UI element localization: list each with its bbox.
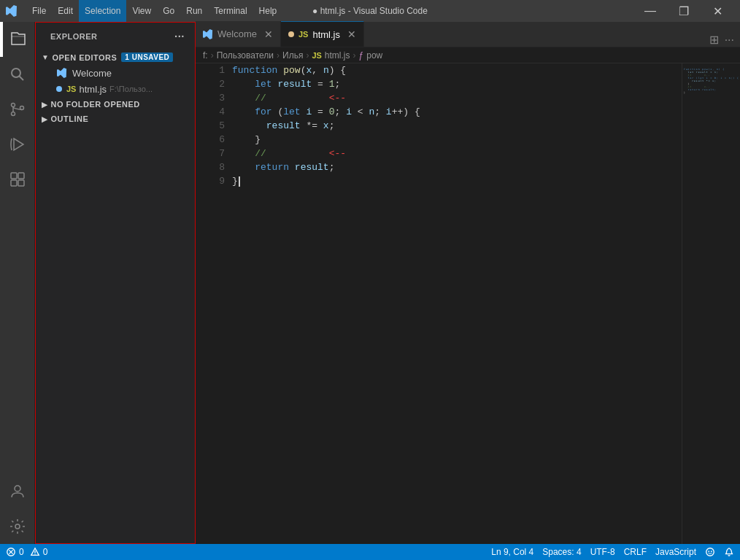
status-right: Ln 9, Col 4 Spaces: 4 UTF-8 CRLF JavaScr… — [491, 547, 734, 557]
open-editors-chevron: ▼ — [42, 53, 49, 61]
status-encoding[interactable]: UTF-8 — [590, 547, 615, 557]
activity-account[interactable] — [0, 474, 35, 509]
code-line-8: return result; — [232, 160, 682, 174]
code-editor[interactable]: 1 2 3 4 5 6 7 8 9 function pow(x, n) { l… — [196, 63, 740, 544]
line-col-text: Ln 9, Col 4 — [491, 547, 533, 557]
svg-marker-5 — [14, 139, 23, 150]
close-button[interactable]: ✕ — [701, 0, 734, 22]
status-language[interactable]: JavaScript — [655, 547, 696, 557]
run-debug-icon — [9, 136, 26, 153]
tab-htmljs-label: html.js — [312, 29, 340, 40]
svg-rect-6 — [11, 173, 17, 179]
tab-htmljs-close[interactable]: ✕ — [347, 28, 356, 40]
tab-js-icon: JS — [298, 30, 308, 39]
welcome-file-name: Welcome — [72, 68, 112, 79]
title-bar-menu: File Edit Selection View Go Run Terminal… — [26, 0, 282, 22]
svg-line-1 — [19, 77, 23, 81]
sidebar: Explorer ··· ▼ Open Editors 1 UNSAVED We… — [35, 22, 196, 544]
no-folder-chevron: ▶ — [42, 101, 48, 109]
breadcrumb-user[interactable]: Илья — [282, 50, 303, 61]
svg-point-19 — [711, 551, 712, 552]
title-bar-title: ● html.js - Visual Studio Code — [312, 6, 428, 16]
status-line-col[interactable]: Ln 9, Col 4 — [491, 547, 533, 557]
menu-edit[interactable]: Edit — [52, 0, 79, 22]
menu-selection[interactable]: Selection — [79, 0, 126, 22]
outline-chevron: ▶ — [42, 115, 48, 123]
warning-icon — [30, 547, 40, 557]
line-numbers: 1 2 3 4 5 6 7 8 9 — [196, 63, 232, 544]
menu-terminal[interactable]: Terminal — [208, 0, 253, 22]
svg-rect-7 — [18, 173, 24, 179]
svg-point-0 — [12, 69, 20, 77]
breadcrumb-function[interactable]: pow — [366, 50, 382, 61]
breadcrumb-file[interactable]: html.js — [325, 50, 350, 61]
code-line-7: // <-- — [232, 147, 682, 160]
menu-go[interactable]: Go — [157, 0, 180, 22]
activity-extensions[interactable] — [0, 162, 35, 197]
activity-source-control[interactable] — [0, 92, 35, 127]
line-num-6: 6 — [196, 133, 225, 147]
vscode-file-icon — [56, 67, 68, 79]
welcome-tab-icon — [203, 29, 213, 39]
source-control-icon — [9, 101, 26, 118]
breadcrumb-sep4: › — [353, 50, 356, 61]
outline-section-header[interactable]: ▶ Outline — [36, 112, 195, 126]
split-editor-button[interactable]: ⊞ — [709, 33, 719, 47]
menu-file[interactable]: File — [26, 0, 52, 22]
open-editors-badge: 1 UNSAVED — [121, 52, 173, 62]
activity-explorer[interactable] — [0, 22, 35, 57]
file-item-htmljs[interactable]: JS html.js F:\Пользо... — [36, 81, 195, 97]
line-num-3: 3 — [196, 91, 225, 105]
tab-welcome[interactable]: Welcome ✕ — [196, 21, 281, 47]
sidebar-more-button[interactable]: ··· — [173, 28, 186, 44]
menu-run[interactable]: Run — [180, 0, 208, 22]
code-line-2: let result = 1; — [232, 77, 682, 91]
encoding-text: UTF-8 — [590, 547, 615, 557]
svg-point-2 — [11, 104, 15, 107]
status-spaces[interactable]: Spaces: 4 — [542, 547, 581, 557]
extensions-icon — [9, 171, 26, 188]
activity-search[interactable] — [0, 57, 35, 92]
sidebar-header: Explorer ··· — [36, 23, 195, 50]
status-feedback[interactable] — [705, 547, 715, 557]
more-actions-button[interactable]: ··· — [725, 34, 734, 47]
no-folder-label: No Folder Opened — [51, 100, 140, 109]
tab-modified-dot — [288, 31, 294, 37]
breadcrumb: f: › Пользователи › Илья › JS html.js › … — [196, 47, 740, 63]
svg-point-17 — [706, 548, 714, 556]
file-item-welcome[interactable]: Welcome — [36, 65, 195, 81]
explorer-icon — [9, 31, 27, 48]
tab-welcome-close[interactable]: ✕ — [264, 28, 273, 40]
minimap-content: function pow(x, n) { let result = 1; // … — [682, 63, 740, 98]
line-num-9: 9 — [196, 174, 225, 188]
no-folder-section-header[interactable]: ▶ No Folder Opened — [36, 97, 195, 112]
menu-view[interactable]: View — [126, 0, 157, 22]
status-line-ending[interactable]: CRLF — [624, 547, 647, 557]
breadcrumb-users[interactable]: Пользователи — [217, 50, 274, 61]
activity-settings[interactable] — [0, 509, 35, 544]
breadcrumb-sep3: › — [306, 50, 309, 61]
error-count: 0 — [19, 547, 24, 557]
breadcrumb-drive[interactable]: f: — [203, 50, 208, 61]
htmljs-file-name: html.js — [79, 84, 107, 95]
open-editors-section-header[interactable]: ▼ Open Editors 1 UNSAVED — [36, 50, 195, 65]
minimize-button[interactable]: — — [633, 0, 667, 22]
maximize-button[interactable]: ❐ — [667, 0, 701, 22]
svg-rect-9 — [18, 180, 24, 186]
svg-point-3 — [11, 112, 15, 116]
tab-htmljs[interactable]: JS html.js ✕ — [281, 21, 364, 47]
menu-help[interactable]: Help — [253, 0, 283, 22]
code-line-4: for (let i = 0; i < n; i++) { — [232, 105, 682, 119]
status-notifications[interactable] — [724, 547, 734, 557]
activity-bar — [0, 22, 35, 544]
line-num-7: 7 — [196, 147, 225, 160]
breadcrumb-sep2: › — [277, 50, 280, 61]
code-content[interactable]: function pow(x, n) { let result = 1; // … — [232, 63, 682, 544]
svg-point-10 — [15, 486, 20, 491]
status-bar: 0 0 Ln 9, Col 4 Spaces: 4 UTF-8 CRLF Jav… — [0, 544, 740, 560]
status-errors[interactable]: 0 0 — [6, 547, 47, 557]
gear-icon — [9, 518, 26, 535]
code-line-1: function pow(x, n) { — [232, 63, 682, 77]
activity-run[interactable] — [0, 127, 35, 162]
title-bar: File Edit Selection View Go Run Terminal… — [0, 0, 740, 22]
